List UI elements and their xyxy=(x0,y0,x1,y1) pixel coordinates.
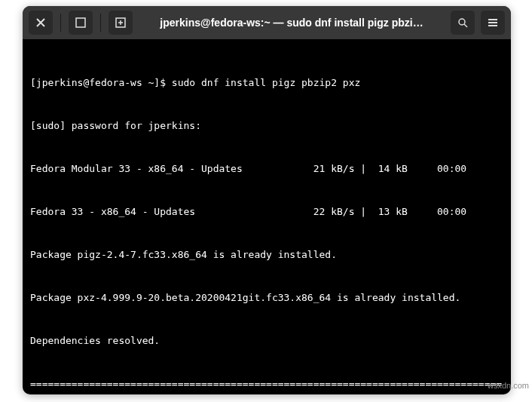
close-icon xyxy=(35,17,47,29)
titlebar-separator xyxy=(100,14,101,32)
terminal-window: jperkins@fedora-ws:~ — sudo dnf install … xyxy=(23,6,511,394)
terminal-body[interactable]: [jperkins@fedora-ws ~]$ sudo dnf install… xyxy=(23,39,511,394)
divider-line: ========================================… xyxy=(30,376,503,391)
search-icon xyxy=(457,17,469,29)
plus-tab-icon xyxy=(115,17,127,29)
already-installed-line: Package pxz-4.999.9-20.beta.20200421git.… xyxy=(30,290,503,305)
repo-status-line: Fedora 33 - x86_64 - Updates 22 kB/s | 1… xyxy=(30,204,503,219)
shell-command: sudo dnf install pigz pbzip2 pxz xyxy=(172,77,360,88)
new-tab-button[interactable] xyxy=(109,11,133,35)
deps-resolved-line: Dependencies resolved. xyxy=(30,333,503,348)
watermark: wsxdn.com xyxy=(488,381,529,390)
sudo-prompt: [sudo] password for jperkins: xyxy=(30,118,503,133)
prompt-line: [jperkins@fedora-ws ~]$ sudo dnf install… xyxy=(30,75,503,90)
search-button[interactable] xyxy=(451,11,475,35)
repo-status-line: Fedora Modular 33 - x86_64 - Updates 21 … xyxy=(30,161,503,176)
shell-prompt: [jperkins@fedora-ws ~]$ xyxy=(30,77,172,88)
menu-button[interactable] xyxy=(481,11,505,35)
window-title: jperkins@fedora-ws:~ — sudo dnf install … xyxy=(139,17,445,29)
already-installed-line: Package pigz-2.4-7.fc33.x86_64 is alread… xyxy=(30,247,503,262)
close-button[interactable] xyxy=(29,11,53,35)
svg-rect-0 xyxy=(76,18,85,27)
titlebar-separator xyxy=(60,14,61,32)
svg-point-2 xyxy=(459,19,465,25)
titlebar: jperkins@fedora-ws:~ — sudo dnf install … xyxy=(23,6,511,39)
hamburger-icon xyxy=(487,17,499,29)
new-window-button[interactable] xyxy=(69,11,93,35)
window-icon xyxy=(75,17,87,29)
